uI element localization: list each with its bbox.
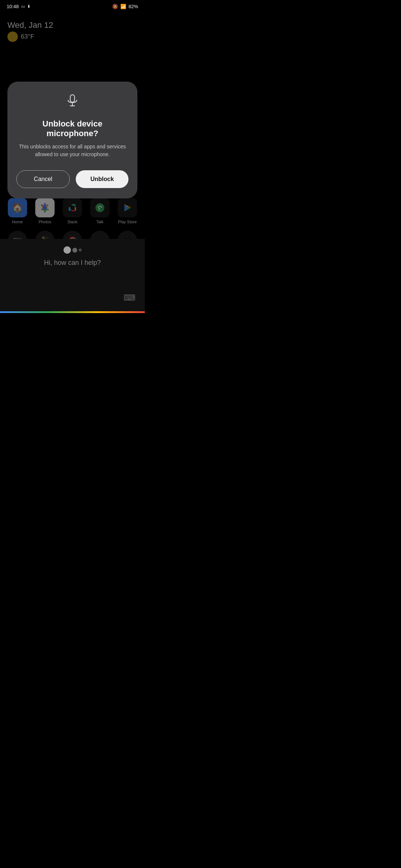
dot-big (63, 246, 71, 254)
dialog-title: Unblock device microphone? (16, 119, 128, 138)
keyboard-button[interactable]: ⌨ (122, 290, 137, 306)
bell-muted-icon: 🔕 (112, 4, 118, 9)
dialog: Unblock device microphone? This unblocks… (7, 82, 137, 198)
dialog-buttons: Cancel Unblock (16, 170, 128, 188)
dialog-description: This unblocks access for all apps and se… (16, 143, 128, 158)
unblock-button[interactable]: Unblock (76, 170, 128, 188)
battery: 82% (128, 4, 138, 9)
cancel-button[interactable]: Cancel (16, 170, 70, 188)
wifi-icon: 📶 (120, 4, 126, 9)
assistant-area: Hi, how can I help? ⌨ (0, 239, 145, 313)
nav-bar (0, 311, 145, 313)
mic-svg (65, 93, 80, 108)
dot-med (72, 248, 77, 253)
status-left: 10:48 ▭ ⬇ (7, 4, 30, 9)
status-bar: 10:48 ▭ ⬇ 🔕 📶 82% (0, 0, 145, 11)
chat-icon: ▭ (21, 4, 25, 9)
dot-small (79, 249, 82, 251)
time: 10:48 (7, 4, 19, 9)
mic-icon: ⬇ (27, 4, 30, 9)
svg-rect-0 (70, 95, 75, 102)
assistant-dots (63, 246, 82, 254)
status-right: 🔕 📶 82% (112, 4, 138, 9)
microphone-icon (65, 93, 80, 112)
assistant-prompt: Hi, how can I help? (44, 259, 101, 267)
